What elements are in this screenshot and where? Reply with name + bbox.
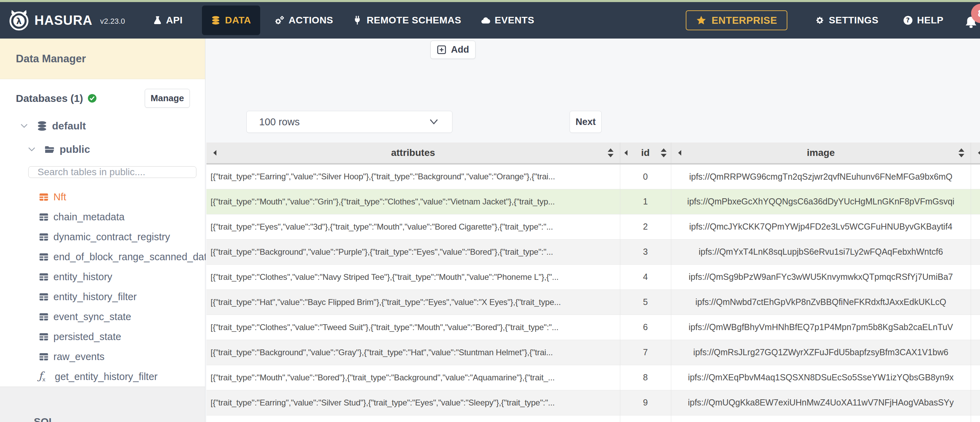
tables-list: Nftchain_metadatadynamic_contract_regist…	[0, 187, 205, 387]
table-icon	[38, 272, 49, 282]
cell-overflow	[971, 340, 980, 365]
cell-overflow	[971, 315, 980, 340]
collapse-column-icon[interactable]	[977, 149, 980, 156]
nav-item-api[interactable]: API	[152, 15, 183, 26]
table-row: [{"trait_type":"Earring","value":"Silver…	[207, 164, 980, 189]
database-name: default	[52, 120, 86, 132]
add-row-button[interactable]: Add	[430, 41, 476, 59]
version-label: v2.23.0	[100, 17, 125, 26]
check-circle-icon	[88, 94, 97, 103]
cell-image: ipfs://QmXEqPbvM4aq1SQSXN8DSuEcSo5SseYW1…	[671, 365, 971, 390]
nav-item-remote-schemas[interactable]: REMOTE SCHEMAS	[353, 15, 461, 26]
column-label: attributes	[391, 148, 435, 158]
cell-id: 8	[620, 365, 671, 390]
nav-settings[interactable]: SETTINGS	[815, 15, 878, 26]
table-name-label: entity_history_filter	[53, 291, 137, 303]
cell-attributes: [{"trait_type":"Background","value":"Pur…	[207, 239, 620, 264]
tree-node-default[interactable]: default	[0, 118, 205, 134]
cell-attributes: [{"trait_type":"Clothes","value":"Navy S…	[207, 264, 620, 289]
table-row-partial	[207, 415, 980, 422]
chevron-down-icon	[430, 119, 438, 125]
table-name-label: dynamic_contract_registry	[53, 231, 170, 243]
tree-node-public[interactable]: public	[0, 141, 205, 157]
data-grid-wrapper: attributesidimage [{"trait_type":"Earrin…	[207, 143, 980, 422]
table-row: [{"trait_type":"Earring","value":"Silver…	[207, 390, 980, 415]
database-icon	[211, 16, 221, 25]
function-name-label: get_entity_history_filter	[55, 371, 158, 382]
sidebar-table-Nft[interactable]: Nft	[0, 187, 205, 207]
cell-image: ipfs://QmYxT4LnK8sqLupjbS6eRvu1si7Ly2wFQ…	[671, 239, 971, 264]
cell-id: 1	[620, 189, 671, 214]
nav-item-label: API	[166, 15, 183, 26]
nav-item-data[interactable]: DATA	[202, 5, 260, 35]
cell-empty	[971, 415, 980, 422]
column-header-image[interactable]: image	[671, 143, 971, 164]
cell-empty	[207, 415, 620, 422]
sidebar-table-end_of_block_range_scanned_data[interactable]: end_of_block_range_scanned_data	[0, 247, 205, 267]
nav-item-label: ACTIONS	[289, 15, 334, 26]
sidebar-table-persisted_state[interactable]: persisted_state	[0, 327, 205, 347]
cell-overflow	[971, 365, 980, 390]
nav-help[interactable]: ? HELP	[903, 15, 943, 26]
sidebar-function-get_entity_history_filter[interactable]: ƒxget_entity_history_filter	[0, 366, 205, 387]
table-row: [{"trait_type":"Eyes","value":"3d"},{"tr…	[207, 214, 980, 239]
manage-button[interactable]: Manage	[145, 89, 190, 108]
collapse-column-icon[interactable]	[212, 149, 218, 156]
cell-id: 0	[620, 164, 671, 189]
nav-item-events[interactable]: EVENTS	[481, 15, 535, 26]
cell-attributes: [{"trait_type":"Clothes","value":"Tweed …	[207, 315, 620, 340]
chevron-down-icon[interactable]	[20, 122, 28, 129]
sort-column-icon[interactable]	[607, 148, 614, 158]
plug-icon	[353, 16, 362, 25]
cell-overflow	[971, 289, 980, 315]
app-body: Data Manager Databases (1) Manage defaul…	[0, 38, 980, 422]
table-row: [{"trait_type":"Mouth","value":"Bored"},…	[207, 365, 980, 390]
sidebar-table-dynamic_contract_registry[interactable]: dynamic_contract_registry	[0, 227, 205, 247]
cell-image: ipfs://QmSg9bPzW9anFYc3wWU5KnvymwkxQTpmq…	[671, 264, 971, 289]
search-tables-input[interactable]	[28, 166, 196, 178]
table-name-label: end_of_block_range_scanned_data	[53, 251, 212, 263]
database-tree: default public	[0, 108, 205, 157]
cell-id: 5	[620, 289, 671, 315]
column-label: image	[807, 148, 835, 158]
chevron-down-icon[interactable]	[27, 146, 36, 153]
sidebar-table-entity_history[interactable]: entity_history	[0, 267, 205, 287]
table-name-label: chain_metadata	[53, 211, 124, 223]
column-header-id[interactable]: id	[620, 143, 671, 164]
cell-image: ipfs://QmRRPWG96cmgTn2qSzjwr2qvfNEuhunv6…	[671, 164, 971, 189]
cell-id: 9	[620, 390, 671, 415]
navbar: λ HASURA v2.23.0 APIDATAACTIONSREMOTE SC…	[0, 2, 980, 38]
sort-column-icon[interactable]	[958, 148, 965, 158]
sidebar-table-entity_history_filter[interactable]: entity_history_filter	[0, 287, 205, 307]
collapse-column-icon[interactable]	[623, 149, 628, 156]
sidebar-table-chain_metadata[interactable]: chain_metadata	[0, 207, 205, 227]
column-header-overflow[interactable]	[971, 143, 980, 164]
hasura-logo-icon[interactable]: λ	[8, 10, 30, 31]
databases-label-group: Databases (1)	[16, 93, 97, 104]
column-header-attributes[interactable]: attributes	[207, 143, 620, 164]
enterprise-label: ENTERPRISE	[711, 15, 777, 26]
notifications-button[interactable]: 8	[964, 9, 980, 31]
table-icon	[38, 352, 49, 362]
nav-item-actions[interactable]: ACTIONS	[275, 15, 334, 26]
sort-column-icon[interactable]	[660, 148, 667, 158]
sidebar-item-sql[interactable]: SQL	[34, 416, 55, 422]
cell-overflow	[971, 239, 980, 264]
enterprise-button[interactable]: ENTERPRISE	[686, 10, 788, 30]
collapse-column-icon[interactable]	[677, 149, 682, 156]
cloud-icon	[481, 16, 490, 25]
sidebar-table-raw_events[interactable]: raw_events	[0, 347, 205, 366]
table-name-label: entity_history	[53, 271, 112, 282]
svg-text:?: ?	[906, 16, 910, 24]
sidebar-bottom-section: SQL	[0, 387, 205, 422]
database-icon	[37, 121, 48, 131]
next-page-button[interactable]: Next	[570, 111, 601, 133]
plus-square-icon	[437, 45, 446, 54]
cell-overflow	[971, 214, 980, 239]
databases-label: Databases (1)	[16, 93, 83, 104]
sidebar-table-event_sync_state[interactable]: event_sync_state	[0, 307, 205, 327]
question-circle-icon: ?	[903, 16, 913, 25]
navbar-right: ENTERPRISE SETTINGS ? HELP 8	[686, 9, 980, 31]
rows-per-page-select[interactable]: 100 rows	[247, 111, 452, 133]
table-icon	[38, 252, 49, 262]
